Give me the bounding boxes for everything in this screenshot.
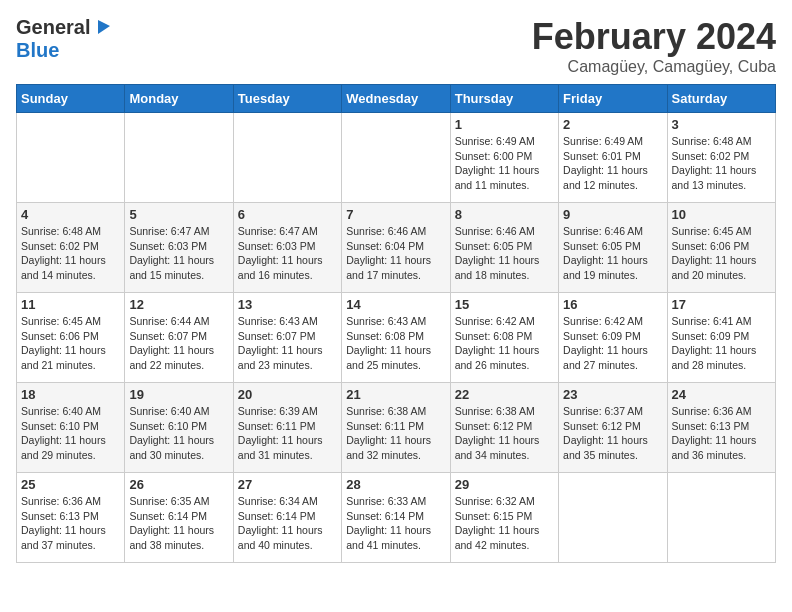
day-info: Sunrise: 6:38 AMSunset: 6:12 PMDaylight:… xyxy=(455,404,554,463)
calendar-cell: 4Sunrise: 6:48 AMSunset: 6:02 PMDaylight… xyxy=(17,203,125,293)
day-number: 16 xyxy=(563,297,662,312)
day-info: Sunrise: 6:49 AMSunset: 6:00 PMDaylight:… xyxy=(455,134,554,193)
day-number: 2 xyxy=(563,117,662,132)
day-number: 19 xyxy=(129,387,228,402)
day-number: 18 xyxy=(21,387,120,402)
title-area: February 2024 Camagüey, Camagüey, Cuba xyxy=(532,16,776,76)
header-day-thursday: Thursday xyxy=(450,85,558,113)
calendar-week-row: 1Sunrise: 6:49 AMSunset: 6:00 PMDaylight… xyxy=(17,113,776,203)
calendar-cell xyxy=(559,473,667,563)
svg-marker-0 xyxy=(98,20,110,34)
calendar-cell: 7Sunrise: 6:46 AMSunset: 6:04 PMDaylight… xyxy=(342,203,450,293)
calendar-week-row: 11Sunrise: 6:45 AMSunset: 6:06 PMDayligh… xyxy=(17,293,776,383)
calendar-week-row: 18Sunrise: 6:40 AMSunset: 6:10 PMDayligh… xyxy=(17,383,776,473)
day-info: Sunrise: 6:44 AMSunset: 6:07 PMDaylight:… xyxy=(129,314,228,373)
calendar-cell: 25Sunrise: 6:36 AMSunset: 6:13 PMDayligh… xyxy=(17,473,125,563)
calendar-cell: 16Sunrise: 6:42 AMSunset: 6:09 PMDayligh… xyxy=(559,293,667,383)
calendar-cell: 5Sunrise: 6:47 AMSunset: 6:03 PMDaylight… xyxy=(125,203,233,293)
day-info: Sunrise: 6:45 AMSunset: 6:06 PMDaylight:… xyxy=(672,224,771,283)
calendar-week-row: 4Sunrise: 6:48 AMSunset: 6:02 PMDaylight… xyxy=(17,203,776,293)
calendar-cell: 21Sunrise: 6:38 AMSunset: 6:11 PMDayligh… xyxy=(342,383,450,473)
day-info: Sunrise: 6:36 AMSunset: 6:13 PMDaylight:… xyxy=(672,404,771,463)
day-info: Sunrise: 6:35 AMSunset: 6:14 PMDaylight:… xyxy=(129,494,228,553)
day-info: Sunrise: 6:45 AMSunset: 6:06 PMDaylight:… xyxy=(21,314,120,373)
calendar-cell: 8Sunrise: 6:46 AMSunset: 6:05 PMDaylight… xyxy=(450,203,558,293)
day-number: 13 xyxy=(238,297,337,312)
calendar-cell: 17Sunrise: 6:41 AMSunset: 6:09 PMDayligh… xyxy=(667,293,775,383)
calendar-cell: 6Sunrise: 6:47 AMSunset: 6:03 PMDaylight… xyxy=(233,203,341,293)
calendar-cell: 3Sunrise: 6:48 AMSunset: 6:02 PMDaylight… xyxy=(667,113,775,203)
calendar-cell: 15Sunrise: 6:42 AMSunset: 6:08 PMDayligh… xyxy=(450,293,558,383)
day-number: 9 xyxy=(563,207,662,222)
day-info: Sunrise: 6:33 AMSunset: 6:14 PMDaylight:… xyxy=(346,494,445,553)
day-info: Sunrise: 6:32 AMSunset: 6:15 PMDaylight:… xyxy=(455,494,554,553)
day-info: Sunrise: 6:34 AMSunset: 6:14 PMDaylight:… xyxy=(238,494,337,553)
calendar-table: SundayMondayTuesdayWednesdayThursdayFrid… xyxy=(16,84,776,563)
day-number: 20 xyxy=(238,387,337,402)
header-day-sunday: Sunday xyxy=(17,85,125,113)
day-number: 25 xyxy=(21,477,120,492)
calendar-cell: 14Sunrise: 6:43 AMSunset: 6:08 PMDayligh… xyxy=(342,293,450,383)
day-number: 12 xyxy=(129,297,228,312)
day-info: Sunrise: 6:40 AMSunset: 6:10 PMDaylight:… xyxy=(21,404,120,463)
logo-icon xyxy=(92,16,114,38)
calendar-cell: 19Sunrise: 6:40 AMSunset: 6:10 PMDayligh… xyxy=(125,383,233,473)
day-number: 5 xyxy=(129,207,228,222)
logo: General Blue xyxy=(16,16,114,62)
calendar-cell xyxy=(342,113,450,203)
day-info: Sunrise: 6:48 AMSunset: 6:02 PMDaylight:… xyxy=(21,224,120,283)
day-info: Sunrise: 6:43 AMSunset: 6:08 PMDaylight:… xyxy=(346,314,445,373)
calendar-cell: 2Sunrise: 6:49 AMSunset: 6:01 PMDaylight… xyxy=(559,113,667,203)
calendar-cell: 26Sunrise: 6:35 AMSunset: 6:14 PMDayligh… xyxy=(125,473,233,563)
header-day-wednesday: Wednesday xyxy=(342,85,450,113)
calendar-cell: 9Sunrise: 6:46 AMSunset: 6:05 PMDaylight… xyxy=(559,203,667,293)
day-number: 11 xyxy=(21,297,120,312)
header-day-tuesday: Tuesday xyxy=(233,85,341,113)
calendar-header-row: SundayMondayTuesdayWednesdayThursdayFrid… xyxy=(17,85,776,113)
day-info: Sunrise: 6:41 AMSunset: 6:09 PMDaylight:… xyxy=(672,314,771,373)
header-day-monday: Monday xyxy=(125,85,233,113)
calendar-cell: 24Sunrise: 6:36 AMSunset: 6:13 PMDayligh… xyxy=(667,383,775,473)
day-number: 24 xyxy=(672,387,771,402)
logo-general: General xyxy=(16,16,90,39)
calendar-cell: 1Sunrise: 6:49 AMSunset: 6:00 PMDaylight… xyxy=(450,113,558,203)
day-number: 14 xyxy=(346,297,445,312)
day-number: 27 xyxy=(238,477,337,492)
day-number: 7 xyxy=(346,207,445,222)
calendar-cell: 29Sunrise: 6:32 AMSunset: 6:15 PMDayligh… xyxy=(450,473,558,563)
day-info: Sunrise: 6:39 AMSunset: 6:11 PMDaylight:… xyxy=(238,404,337,463)
calendar-cell: 13Sunrise: 6:43 AMSunset: 6:07 PMDayligh… xyxy=(233,293,341,383)
day-info: Sunrise: 6:49 AMSunset: 6:01 PMDaylight:… xyxy=(563,134,662,193)
day-number: 23 xyxy=(563,387,662,402)
day-number: 15 xyxy=(455,297,554,312)
header-day-saturday: Saturday xyxy=(667,85,775,113)
calendar-cell: 12Sunrise: 6:44 AMSunset: 6:07 PMDayligh… xyxy=(125,293,233,383)
header: General Blue February 2024 Camagüey, Cam… xyxy=(16,16,776,76)
calendar-cell xyxy=(233,113,341,203)
calendar-cell xyxy=(667,473,775,563)
calendar-cell: 10Sunrise: 6:45 AMSunset: 6:06 PMDayligh… xyxy=(667,203,775,293)
calendar-cell xyxy=(125,113,233,203)
calendar-cell: 20Sunrise: 6:39 AMSunset: 6:11 PMDayligh… xyxy=(233,383,341,473)
calendar-cell: 18Sunrise: 6:40 AMSunset: 6:10 PMDayligh… xyxy=(17,383,125,473)
day-number: 29 xyxy=(455,477,554,492)
day-info: Sunrise: 6:38 AMSunset: 6:11 PMDaylight:… xyxy=(346,404,445,463)
day-number: 4 xyxy=(21,207,120,222)
day-number: 26 xyxy=(129,477,228,492)
day-info: Sunrise: 6:37 AMSunset: 6:12 PMDaylight:… xyxy=(563,404,662,463)
day-info: Sunrise: 6:42 AMSunset: 6:09 PMDaylight:… xyxy=(563,314,662,373)
day-info: Sunrise: 6:46 AMSunset: 6:05 PMDaylight:… xyxy=(563,224,662,283)
calendar-cell: 22Sunrise: 6:38 AMSunset: 6:12 PMDayligh… xyxy=(450,383,558,473)
day-info: Sunrise: 6:47 AMSunset: 6:03 PMDaylight:… xyxy=(238,224,337,283)
day-number: 8 xyxy=(455,207,554,222)
calendar-week-row: 25Sunrise: 6:36 AMSunset: 6:13 PMDayligh… xyxy=(17,473,776,563)
calendar-cell: 28Sunrise: 6:33 AMSunset: 6:14 PMDayligh… xyxy=(342,473,450,563)
day-number: 10 xyxy=(672,207,771,222)
calendar-cell: 23Sunrise: 6:37 AMSunset: 6:12 PMDayligh… xyxy=(559,383,667,473)
calendar-cell: 11Sunrise: 6:45 AMSunset: 6:06 PMDayligh… xyxy=(17,293,125,383)
location-title: Camagüey, Camagüey, Cuba xyxy=(532,58,776,76)
day-info: Sunrise: 6:46 AMSunset: 6:05 PMDaylight:… xyxy=(455,224,554,283)
day-info: Sunrise: 6:36 AMSunset: 6:13 PMDaylight:… xyxy=(21,494,120,553)
logo-blue: Blue xyxy=(16,39,59,62)
day-number: 22 xyxy=(455,387,554,402)
